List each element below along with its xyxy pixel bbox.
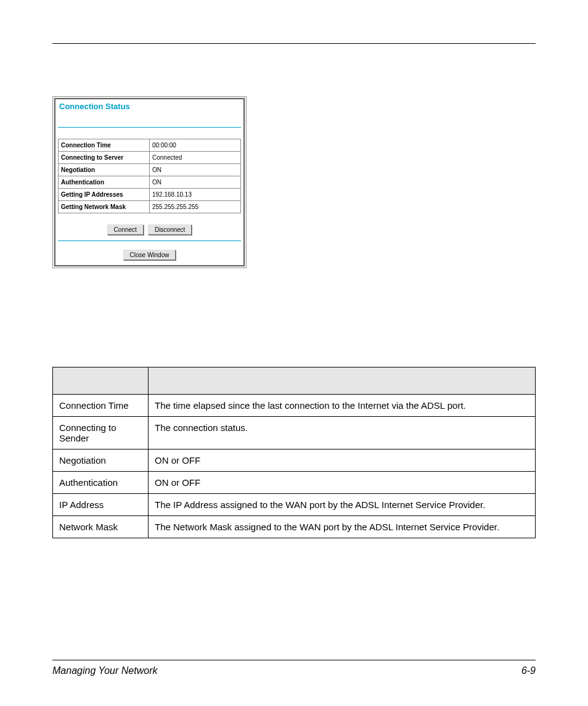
- table-row: Negotiation ON: [59, 164, 241, 176]
- status-table: Connection Time 00:00:00 Connecting to S…: [58, 139, 241, 213]
- row-value: Connected: [150, 152, 241, 164]
- desc-cell: ON or OFF: [149, 449, 536, 472]
- param-cell: Network Mask: [53, 516, 149, 538]
- row-label: Getting Network Mask: [59, 201, 150, 213]
- row-value: 192.168.10.13: [150, 189, 241, 201]
- table-row: Connecting to Sender The connection stat…: [53, 417, 536, 449]
- description-table: Connection Time The time elapsed since t…: [52, 367, 536, 538]
- table-row: Connection Time 00:00:00: [59, 139, 241, 152]
- table-row: Getting Network Mask 255.255.255.255: [59, 201, 241, 213]
- desc-cell: ON or OFF: [149, 472, 536, 494]
- param-cell: Connecting to Sender: [53, 417, 149, 449]
- table-row: Negotiation ON or OFF: [53, 449, 536, 472]
- bottom-rule: [52, 660, 536, 660]
- panel-title: Connection Status: [55, 99, 243, 127]
- table-row: Connection Time The time elapsed since t…: [53, 395, 536, 417]
- table-row: IP Address The IP Address assigned to th…: [53, 494, 536, 516]
- close-window-button[interactable]: Close Window: [123, 250, 176, 260]
- footer-page-number: 6-9: [521, 665, 536, 676]
- panel-inner: Connection Status Connection Time 00:00:…: [54, 98, 245, 266]
- row-label: Connecting to Server: [59, 152, 150, 164]
- top-rule: [52, 43, 536, 44]
- button-row-1: Connect Disconnect: [55, 213, 243, 239]
- table-row: Getting IP Addresses 192.168.10.13: [59, 189, 241, 201]
- desc-cell: The Network Mask assigned to the WAN por…: [149, 516, 536, 538]
- param-cell: Negotiation: [53, 449, 149, 472]
- table-row: Network Mask The Network Mask assigned t…: [53, 516, 536, 538]
- row-label: Authentication: [59, 176, 150, 189]
- header-description: [149, 367, 536, 395]
- header-param: [53, 367, 149, 395]
- desc-cell: The time elapsed since the last connecti…: [149, 395, 536, 417]
- disconnect-button[interactable]: Disconnect: [148, 224, 192, 235]
- connection-status-panel: Connection Status Connection Time 00:00:…: [52, 96, 247, 268]
- panel-title-rule: [58, 127, 241, 128]
- footer-title: Managing Your Network: [52, 665, 157, 676]
- param-cell: Connection Time: [53, 395, 149, 417]
- connect-button[interactable]: Connect: [107, 224, 144, 235]
- row-value: 00:00:00: [150, 139, 241, 152]
- row-value: ON: [150, 176, 241, 189]
- page-footer: Managing Your Network 6-9: [52, 660, 536, 676]
- table-row: Connecting to Server Connected: [59, 152, 241, 164]
- param-cell: Authentication: [53, 472, 149, 494]
- table-row: Authentication ON or OFF: [53, 472, 536, 494]
- desc-cell: The IP Address assigned to the WAN port …: [149, 494, 536, 516]
- row-value: 255.255.255.255: [150, 201, 241, 213]
- table-header-row: [53, 367, 536, 395]
- param-cell: IP Address: [53, 494, 149, 516]
- row-label: Getting IP Addresses: [59, 189, 150, 201]
- row-label: Connection Time: [59, 139, 150, 152]
- row-label: Negotiation: [59, 164, 150, 176]
- description-table-wrap: Connection Time The time elapsed since t…: [52, 367, 536, 538]
- row-value: ON: [150, 164, 241, 176]
- table-row: Authentication ON: [59, 176, 241, 189]
- button-row-2: Close Window: [58, 240, 241, 265]
- desc-cell: The connection status.: [149, 417, 536, 449]
